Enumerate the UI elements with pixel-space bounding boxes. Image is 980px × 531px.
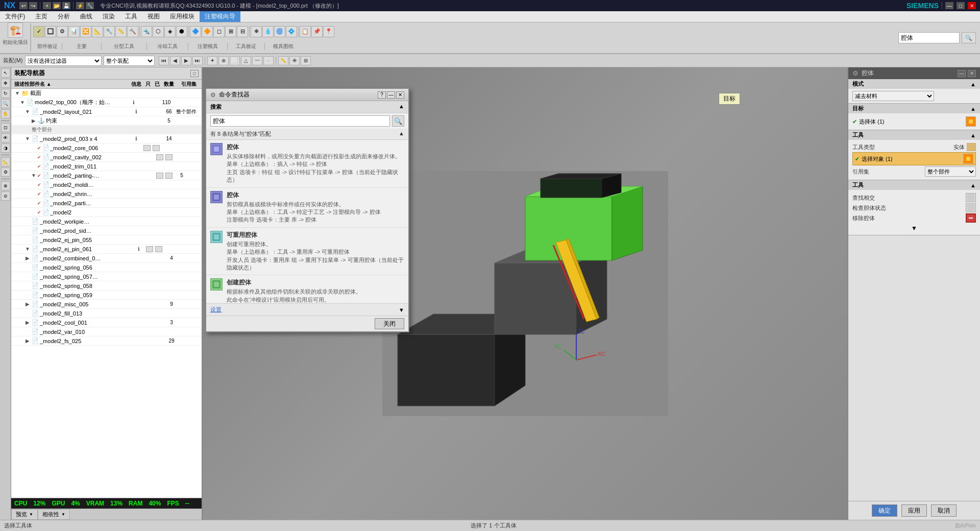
tb-btn18[interactable]: ❄: [251, 26, 262, 37]
menu-curve[interactable]: 曲线: [75, 11, 97, 22]
rp-tool-title[interactable]: 工具 ▲: [848, 130, 980, 140]
rp-target-title[interactable]: 目标 ▲: [848, 104, 980, 113]
cmd-search-button[interactable]: 🔍: [392, 115, 404, 127]
vt-extra1[interactable]: ⊕: [1, 181, 10, 190]
vt-measure[interactable]: 📐: [1, 157, 10, 166]
toolbar-search-input[interactable]: [898, 32, 960, 43]
tree-row-prodsid[interactable]: 📄 _model2_prod_sid…: [11, 226, 202, 235]
tb-btn4[interactable]: 🔀: [80, 26, 91, 37]
expand-constraint[interactable]: ▶: [31, 118, 37, 124]
tb-btn20[interactable]: 🌀: [274, 26, 285, 37]
menu-moldwizard[interactable]: 注塑模向导: [200, 11, 240, 22]
filter-btn1[interactable]: ⏮: [159, 56, 169, 65]
vt-rotate[interactable]: ↻: [1, 89, 10, 98]
tb-btn23[interactable]: 📌: [311, 26, 323, 37]
dialog-close-btn[interactable]: ✕: [396, 91, 404, 99]
tb-btn17[interactable]: ⊟: [237, 26, 248, 37]
tab-preview[interactable]: 预览 ▼: [11, 509, 38, 520]
tree-row-moldi[interactable]: ✔ 📄 _model2_moldi…: [11, 180, 202, 189]
vt-fit[interactable]: ⊡: [1, 123, 10, 132]
win-close[interactable]: ✕: [968, 2, 976, 9]
new-btn[interactable]: +: [43, 2, 51, 9]
menu-analysis[interactable]: 分析: [53, 11, 75, 22]
tb-btn22[interactable]: 📋: [300, 26, 311, 37]
menu-tools[interactable]: 工具: [120, 11, 142, 22]
tree-row-core006[interactable]: ✔ 📄 _model2_core_006: [11, 143, 202, 153]
filter-move-btn[interactable]: ⊞: [301, 56, 311, 65]
viewport[interactable]: XC ZC YC 目标 ⚙ 命令查找器 ? — ✕: [203, 67, 847, 520]
tree-row-top000[interactable]: ▼ 📄 model2_top_000（顺序：始… ℹ 110: [11, 98, 202, 107]
expand-parting[interactable]: ▼: [31, 173, 37, 179]
tree-row-misc005[interactable]: ▶ 📄 _model2_misc_005 9: [11, 300, 202, 309]
tb-btn15[interactable]: ◻: [213, 26, 225, 37]
expand-ejpin061[interactable]: ▼: [24, 246, 31, 252]
rp-refset-select[interactable]: 整个部件: [925, 166, 976, 177]
rp-mode-select[interactable]: 减去材料: [852, 91, 934, 101]
tree-row-layout021[interactable]: ▼ 📄 _model2_layout_021 ℹ 66 整个部件: [11, 107, 202, 116]
apply-button[interactable]: 应用: [901, 504, 927, 517]
expand-prod003[interactable]: ▼: [24, 136, 31, 142]
rp-check-interference-btn[interactable]: [966, 193, 976, 202]
tree-row-ejpin061[interactable]: ▼ 📄 _model2_ej_pin_061 ℹ: [11, 245, 202, 254]
tree-row-parting[interactable]: ▼ ✔ 📄 _model2_parting-… 5: [11, 171, 202, 180]
tree-row-combined[interactable]: ▶ 📄 _model2_combined_0… 4: [11, 254, 202, 263]
redo-btn[interactable]: ↪: [29, 2, 37, 9]
result-item-4[interactable]: 创建腔体 根据标准件及其他组件切削未关联的或非关联的腔体。此命令在'冲模设计'应…: [206, 275, 408, 303]
tab-dependency[interactable]: 相依性 ▼: [38, 509, 70, 520]
vt-select[interactable]: ↖: [1, 68, 10, 78]
tree-row-ejpin055[interactable]: 📄 _model2_ej_pin_055: [11, 235, 202, 245]
filter-axis-btn[interactable]: ✙: [289, 56, 300, 65]
rp-select-icon-btn[interactable]: [963, 154, 973, 164]
tb-btn16[interactable]: ⊞: [225, 26, 236, 37]
filter-btn3[interactable]: ▶: [181, 56, 191, 65]
tb-btn2[interactable]: ⚙: [57, 26, 68, 37]
rp-mode-title[interactable]: 模式 ▲: [848, 79, 980, 89]
tree-row-parti[interactable]: ✔ 📄 _model2_parti…: [11, 199, 202, 208]
undo-btn[interactable]: ↩: [19, 2, 28, 9]
result-item-2[interactable]: 腔体 剪切模具板或模块中标准件或任何实体的腔体。菜单（上边框条）：工具 -> 特…: [206, 188, 408, 228]
filter-dim-btn[interactable]: 📏: [278, 56, 288, 65]
expand-cool001[interactable]: ▶: [24, 320, 31, 326]
open-btn[interactable]: 📂: [53, 2, 61, 9]
tb-btn7[interactable]: 📏: [115, 26, 127, 37]
tree-row-model2[interactable]: ✔ 📄 _model2: [11, 208, 202, 217]
filter-select[interactable]: 没有选择过滤器: [25, 56, 102, 66]
filter-crv-btn[interactable]: 〰: [252, 56, 262, 65]
rp-remove-body-btn[interactable]: [966, 213, 976, 223]
menu-view[interactable]: 视图: [142, 11, 165, 22]
rp-target-icon-btn[interactable]: [966, 116, 976, 127]
misc-btn2[interactable]: 🔧: [86, 2, 94, 9]
tb-btn21[interactable]: 💠: [286, 26, 297, 37]
vt-settings[interactable]: ⚙: [1, 167, 10, 177]
misc-btn1[interactable]: ⚡: [76, 2, 84, 9]
filter-obj-btn[interactable]: ⬜: [230, 56, 240, 65]
tb-btn11[interactable]: ◈: [164, 26, 176, 37]
vt-zoom[interactable]: 🔍: [1, 99, 10, 108]
win-minimize[interactable]: —: [945, 2, 953, 9]
tree-row-spring056[interactable]: 📄 _model2_spring_056: [11, 263, 202, 272]
rp-minimize-btn[interactable]: —: [958, 70, 966, 77]
vt-view[interactable]: 👁: [1, 133, 10, 142]
tb-btn10[interactable]: ⬡: [153, 26, 164, 37]
filter-geo-btn[interactable]: △: [241, 56, 251, 65]
expand-misc005[interactable]: ▶: [24, 301, 31, 307]
menu-render[interactable]: 渲染: [97, 11, 120, 22]
expand-fs025[interactable]: ▶: [24, 338, 31, 344]
tree-row-workpie[interactable]: 📄 _model2_workpie…: [11, 217, 202, 226]
vt-shading[interactable]: ◑: [1, 143, 10, 153]
tb-btn19[interactable]: 💧: [262, 26, 274, 37]
tree-row-section[interactable]: ▼ 📁 截面: [11, 89, 202, 98]
tree-row-constraint[interactable]: ▶ ⚓ 约束 5: [11, 116, 202, 126]
init-project-btn[interactable]: 🏗️: [8, 22, 23, 38]
vt-extra2[interactable]: ⊘: [1, 191, 10, 201]
confirm-button[interactable]: 确定: [872, 504, 897, 517]
tree-row-var010[interactable]: 📄 _model2_var_010: [11, 327, 202, 336]
filter-btn2[interactable]: ◀: [170, 56, 180, 65]
expand-layout021[interactable]: ▼: [24, 109, 31, 115]
panel-maximize[interactable]: □: [190, 70, 199, 77]
tb-btn9[interactable]: 🔩: [141, 26, 152, 37]
tree-row-fill013[interactable]: 📄 _model2_fill_013: [11, 309, 202, 318]
expand-combined[interactable]: ▶: [24, 255, 31, 261]
menu-modules[interactable]: 应用模块: [165, 11, 200, 22]
filter-select-btn[interactable]: ✦: [207, 56, 217, 65]
